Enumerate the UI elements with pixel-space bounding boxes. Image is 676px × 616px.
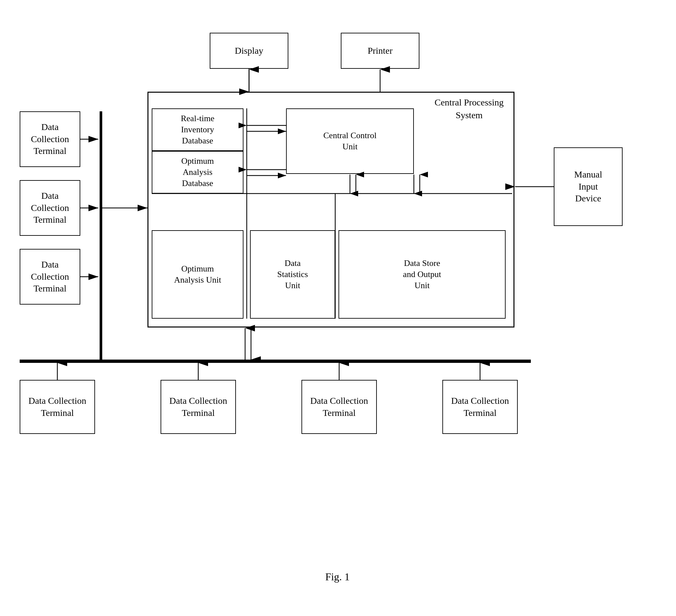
dct-bot-1-box: Data CollectionTerminal bbox=[20, 380, 95, 434]
dct-bot-4-label: Data CollectionTerminal bbox=[451, 395, 509, 419]
printer-label: Printer bbox=[368, 45, 393, 57]
dct-left-2-label: DataCollectionTerminal bbox=[31, 190, 69, 226]
dct-bot-2-label: Data CollectionTerminal bbox=[169, 395, 227, 419]
dct-bot-2-box: Data CollectionTerminal bbox=[161, 380, 236, 434]
cps-outer-box: Central ProcessingSystem Real-timeInvent… bbox=[148, 92, 514, 327]
dct-left-1-label: DataCollectionTerminal bbox=[31, 121, 69, 157]
dct-bot-4-box: Data CollectionTerminal bbox=[442, 380, 518, 434]
dct-bot-3-label: Data CollectionTerminal bbox=[310, 395, 368, 419]
mid-box: ManualInputDevice bbox=[554, 147, 623, 226]
display-label: Display bbox=[235, 45, 263, 57]
dct-left-1-box: DataCollectionTerminal bbox=[20, 111, 80, 167]
fig-label-text: Fig. 1 bbox=[325, 571, 350, 582]
diagram: Display Printer DataCollectionTerminal D… bbox=[20, 20, 655, 603]
inner-arrows bbox=[149, 93, 515, 328]
dct-left-3-label: DataCollectionTerminal bbox=[31, 259, 69, 294]
fig-label: Fig. 1 bbox=[325, 571, 350, 583]
dct-left-2-box: DataCollectionTerminal bbox=[20, 180, 80, 236]
dct-left-3-box: DataCollectionTerminal bbox=[20, 249, 80, 305]
dct-bot-3-box: Data CollectionTerminal bbox=[301, 380, 377, 434]
display-box: Display bbox=[210, 33, 288, 69]
printer-box: Printer bbox=[341, 33, 419, 69]
bus-line bbox=[20, 360, 531, 363]
dct-bot-1-label: Data CollectionTerminal bbox=[29, 395, 87, 419]
mid-label: ManualInputDevice bbox=[574, 169, 602, 204]
